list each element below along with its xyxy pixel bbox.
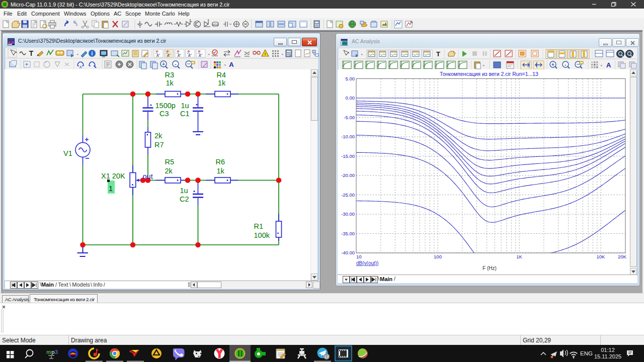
svg-text:R6: R6 [216, 158, 225, 166]
svg-text:R7: R7 [154, 141, 164, 149]
svg-text:C2: C2 [180, 195, 189, 203]
svg-text:10K: 10K [597, 254, 606, 259]
svg-text:+: + [551, 62, 554, 67]
svg-text:3: 3 [55, 349, 58, 355]
svg-text:A: A [79, 65, 82, 69]
svg-text:10: 10 [356, 254, 362, 259]
svg-text:dB(v(out)): dB(v(out)) [356, 260, 378, 266]
svg-text:m: m [46, 349, 51, 355]
svg-text:R3: R3 [165, 71, 175, 79]
svg-text:-40.00: -40.00 [341, 250, 355, 255]
svg-text:01:12: 01:12 [601, 347, 615, 353]
svg-text:T: T [29, 49, 34, 57]
svg-text:R1: R1 [254, 222, 264, 230]
svg-text:-15.00: -15.00 [341, 153, 355, 159]
svg-text:-: - [565, 62, 566, 67]
svg-text:13: 13 [325, 354, 329, 359]
svg-text:V1: V1 [63, 149, 72, 157]
svg-text:A: A [156, 54, 159, 57]
svg-text:2k: 2k [154, 132, 163, 140]
svg-text:i: i [92, 51, 93, 56]
svg-text:ENG: ENG [580, 350, 593, 356]
svg-text:5.00: 5.00 [346, 76, 355, 81]
svg-text:2k: 2k [165, 167, 173, 175]
svg-text:T: T [436, 50, 440, 58]
svg-text:-20.00: -20.00 [341, 172, 355, 178]
svg-text:out: out [143, 172, 153, 180]
svg-text:X1 20K: X1 20K [101, 172, 125, 180]
svg-text:p: p [51, 349, 55, 355]
svg-text:R4: R4 [217, 71, 226, 79]
svg-text:1k: 1k [217, 167, 225, 175]
svg-text:C3: C3 [159, 110, 169, 118]
svg-text:1: 1 [109, 185, 113, 193]
svg-text:R5: R5 [165, 158, 175, 166]
svg-text:1500p: 1500p [155, 102, 176, 110]
svg-text:vco: vco [213, 23, 218, 26]
svg-text:15.11.2025: 15.11.2025 [594, 353, 621, 359]
svg-text:100k: 100k [254, 231, 270, 239]
svg-text:1k: 1k [218, 79, 226, 87]
svg-text:-30.00: -30.00 [341, 211, 355, 217]
svg-text:-: - [175, 61, 176, 67]
svg-text:C1: C1 [180, 110, 190, 118]
svg-text:Тонкомпенсация из веги 2.cir R: Тонкомпенсация из веги 2.cir Run=1...13 [440, 71, 538, 77]
svg-text:1k: 1k [166, 79, 174, 87]
svg-text:A: A [188, 54, 191, 57]
svg-text:1u: 1u [181, 102, 189, 110]
svg-text:+: + [162, 61, 165, 67]
svg-text:A: A [167, 54, 170, 57]
svg-text:1K: 1K [516, 254, 522, 259]
svg-text:-35.00: -35.00 [341, 231, 355, 236]
svg-text:A: A [178, 54, 180, 57]
svg-text:20K: 20K [618, 254, 627, 259]
svg-text:100: 100 [434, 254, 442, 259]
svg-text:A: A [199, 54, 201, 57]
svg-text:!: ! [265, 52, 266, 56]
svg-text:A: A [606, 61, 611, 69]
svg-text:1u: 1u [180, 187, 188, 195]
svg-text:-5.00: -5.00 [344, 115, 355, 120]
svg-text:0.00: 0.00 [346, 95, 355, 101]
svg-text:F (Hz): F (Hz) [482, 265, 497, 271]
svg-text:-10.00: -10.00 [341, 134, 355, 139]
svg-text:-25.00: -25.00 [341, 192, 355, 198]
svg-text:A: A [229, 61, 234, 68]
